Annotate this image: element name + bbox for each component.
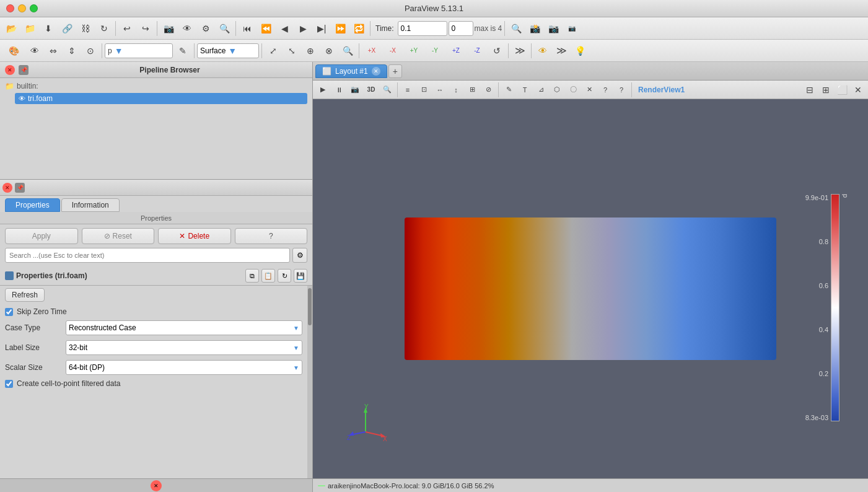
open-button[interactable]: 📂 — [2, 20, 20, 37]
rt-b6[interactable]: ✕ — [582, 82, 597, 97]
axis-z-button[interactable]: +Z — [446, 42, 466, 59]
axis-my-button[interactable]: -Y — [425, 42, 445, 59]
paste-button[interactable]: 📋 — [261, 269, 275, 283]
variable-dropdown[interactable]: p ▼ — [105, 43, 173, 58]
skip-zero-time-checkbox[interactable] — [5, 308, 13, 316]
layout-tab-close[interactable]: ✕ — [372, 67, 380, 76]
rt-close[interactable]: ✕ — [851, 82, 866, 97]
rt-a1[interactable]: ≡ — [400, 82, 415, 97]
render-view-label[interactable]: RenderView1 — [638, 86, 685, 94]
connect-button[interactable]: 🔗 — [58, 20, 76, 37]
disconnect-button[interactable]: ⛓ — [77, 20, 94, 37]
orient4-button[interactable]: ⊗ — [320, 42, 338, 59]
eye2-button[interactable]: 👁 — [26, 42, 43, 59]
scalar-size-dropdown[interactable]: 64-bit (DP) ▼ — [66, 360, 302, 375]
rt-b8[interactable]: ? — [614, 82, 629, 97]
rewind-button[interactable]: ⏮ — [239, 20, 256, 37]
add-layout-button[interactable]: + — [388, 64, 402, 78]
props-scrollbar[interactable] — [307, 286, 312, 478]
rt-a4[interactable]: ↕ — [449, 82, 463, 97]
camera-button[interactable]: 📷 — [160, 20, 177, 37]
orient1-button[interactable]: ⤢ — [265, 42, 282, 59]
representation-dropdown[interactable]: Surface ▼ — [197, 43, 259, 58]
expand-button[interactable]: ⇔ — [45, 42, 62, 59]
minimize-button[interactable] — [18, 4, 26, 12]
save-button[interactable]: ⬇ — [40, 20, 57, 37]
axis-mz-button[interactable]: -Z — [467, 42, 487, 59]
create-cell-checkbox[interactable] — [5, 380, 13, 388]
rt-b4[interactable]: ⬡ — [550, 82, 564, 97]
redo-button[interactable]: ↪ — [137, 20, 154, 37]
time-input[interactable] — [398, 21, 447, 36]
orient2-button[interactable]: ⤡ — [283, 42, 300, 59]
rt-b1[interactable]: ✎ — [501, 82, 516, 97]
orient3-button[interactable]: ⊕ — [302, 42, 319, 59]
rt-b7[interactable]: ? — [598, 82, 613, 97]
apply-button[interactable]: Apply — [5, 228, 78, 244]
open-recent-button[interactable]: 📁 — [21, 20, 38, 37]
camera2-button[interactable]: 📸 — [526, 20, 543, 37]
help-button[interactable]: ? — [235, 228, 308, 244]
pipeline-pin-button[interactable]: 📌 — [19, 65, 28, 75]
props-scrollbar-thumb[interactable] — [308, 288, 312, 325]
edit-variable-button[interactable]: ✎ — [174, 42, 191, 59]
rt-3d-button[interactable]: 3D — [364, 82, 379, 97]
color-map-button[interactable]: 🎨 — [2, 42, 25, 59]
reload-props-button[interactable]: ↻ — [278, 269, 291, 283]
refresh-button[interactable]: ↻ — [95, 20, 113, 37]
panel-close2-button[interactable]: ✕ — [151, 480, 162, 491]
rt-a3[interactable]: ↔ — [432, 82, 447, 97]
eye-button[interactable]: 👁 — [178, 20, 196, 37]
case-type-dropdown[interactable]: Reconstructed Case ▼ — [66, 320, 302, 335]
props-close-button[interactable]: ✕ — [2, 183, 12, 193]
rt-a6[interactable]: ⊘ — [481, 82, 496, 97]
orient5-button[interactable]: 🔍 — [339, 42, 356, 59]
delete-button[interactable]: ✕ Delete — [158, 228, 231, 244]
next-button[interactable]: ▶| — [313, 20, 330, 37]
rt-a2[interactable]: ⊡ — [416, 82, 431, 97]
search-input[interactable] — [5, 248, 290, 263]
pipeline-close-button[interactable]: ✕ — [5, 65, 15, 75]
filter-button[interactable]: 🔍 — [216, 20, 233, 37]
rt-camera-button[interactable]: 📷 — [348, 82, 362, 97]
rt-maximize[interactable]: ⬜ — [835, 82, 849, 97]
rt-pause-button[interactable]: ⏸ — [331, 82, 346, 97]
label-size-dropdown[interactable]: 32-bit ▼ — [66, 340, 302, 355]
zoom-in-button[interactable]: 🔍 — [507, 20, 525, 37]
layout-tab-1[interactable]: ⬜ Layout #1 ✕ — [315, 64, 387, 78]
forward-button[interactable]: ⏩ — [331, 20, 349, 37]
snapshot2-button[interactable]: 📷 — [563, 20, 581, 37]
prev-button[interactable]: ⏪ — [257, 20, 274, 37]
rt-play-button[interactable]: ▶ — [315, 82, 330, 97]
axis-x-button[interactable]: +X — [362, 42, 382, 59]
props-pin-button[interactable]: 📌 — [15, 183, 25, 193]
axis-y-button[interactable]: +Y — [404, 42, 424, 59]
rt-split-v[interactable]: ⊞ — [818, 82, 833, 97]
render-view[interactable]: 9.9e-01 0.8 0.6 0.4 0.2 8.3e-03 p Y — [313, 99, 868, 478]
tab-properties[interactable]: Properties — [5, 198, 60, 212]
snapshot1-button[interactable]: 📷 — [545, 20, 562, 37]
undo-button[interactable]: ↩ — [118, 20, 136, 37]
rt-split-h[interactable]: ⊟ — [802, 82, 817, 97]
more2-button[interactable]: ≫ — [553, 42, 570, 59]
close-button[interactable] — [6, 4, 14, 12]
copy-button[interactable]: ⧉ — [245, 269, 259, 283]
rt-zoom-button[interactable]: 🔍 — [380, 82, 395, 97]
rt-b2[interactable]: T — [517, 82, 532, 97]
reset-button[interactable]: ⊘ Reset — [82, 228, 155, 244]
rotate-button[interactable]: ↺ — [488, 42, 506, 59]
pipeline-item-trifoam[interactable]: 👁 tri.foam — [15, 93, 307, 104]
settings-button[interactable]: ⚙ — [197, 20, 214, 37]
eye3-button[interactable]: 👁 — [534, 42, 551, 59]
axis-mx-button[interactable]: -X — [383, 42, 403, 59]
maximize-button[interactable] — [30, 4, 38, 12]
search-settings-button[interactable]: ⚙ — [292, 248, 307, 263]
rt-b5[interactable]: 〇 — [566, 82, 581, 97]
tab-information[interactable]: Information — [61, 198, 120, 212]
loop-button[interactable]: 🔁 — [350, 20, 367, 37]
mode-button[interactable]: ⊙ — [82, 42, 99, 59]
refresh-button[interactable]: Refresh — [5, 288, 45, 302]
rt-a5[interactable]: ⊞ — [465, 82, 480, 97]
light-button[interactable]: 💡 — [571, 42, 589, 59]
play-button[interactable]: ▶ — [294, 20, 312, 37]
